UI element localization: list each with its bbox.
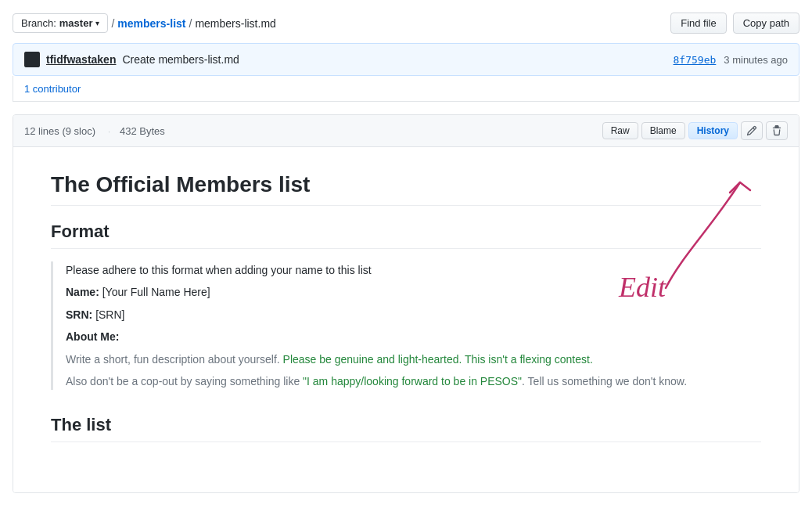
- content-title: The Official Members list: [51, 172, 761, 206]
- file-header: 12 lines (9 sloc) · 432 Bytes Raw Blame …: [13, 115, 799, 147]
- blockquote-line-4: About Me:: [66, 328, 761, 345]
- top-bar: Branch: master ▾ / members-list / member…: [13, 13, 799, 34]
- breadcrumb: Branch: master ▾ / members-list / member…: [13, 13, 276, 33]
- commit-sha-link[interactable]: 8f759eb: [674, 54, 717, 66]
- branch-name: master: [59, 17, 93, 29]
- edit-button[interactable]: [741, 121, 763, 140]
- blockquote-line-3: SRN: [SRN]: [66, 306, 761, 323]
- file-content: The Official Members list Format Please …: [13, 147, 799, 492]
- blockquote: Please adhere to this format when adding…: [51, 261, 761, 390]
- breadcrumb-file-separator: /: [189, 17, 192, 30]
- file-lines: 12 lines (9 sloc): [24, 125, 95, 137]
- blockquote-line-5: Write a short, fun description about you…: [66, 351, 761, 368]
- contributor-bar: 1 contributor: [13, 76, 799, 102]
- file-box: 12 lines (9 sloc) · 432 Bytes Raw Blame …: [13, 114, 799, 493]
- avatar: [24, 52, 40, 67]
- breadcrumb-file-name: members-list.md: [195, 17, 275, 30]
- file-meta: 12 lines (9 sloc) · 432 Bytes: [24, 125, 171, 137]
- commit-info: tfidfwastaken Create members-list.md: [24, 52, 239, 67]
- blockquote-line-2: Name: [Your Full Name Here]: [66, 283, 761, 301]
- pencil-icon: [746, 125, 757, 136]
- branch-selector[interactable]: Branch: master ▾: [13, 13, 108, 33]
- commit-message: Create members-list.md: [122, 53, 239, 66]
- divider: ·: [108, 125, 111, 137]
- commit-meta: 8f759eb 3 minutes ago: [674, 54, 788, 66]
- chevron-down-icon: ▾: [95, 19, 99, 27]
- contributor-link[interactable]: 1 contributor: [24, 83, 81, 95]
- commit-bar: tfidfwastaken Create members-list.md 8f7…: [13, 43, 799, 76]
- copy-path-button[interactable]: Copy path: [733, 13, 799, 34]
- file-actions: Raw Blame History: [602, 121, 788, 140]
- find-file-button[interactable]: Find file: [670, 13, 727, 34]
- blockquote-line-1: Please adhere to this format when adding…: [66, 261, 761, 279]
- branch-label: Branch:: [21, 17, 56, 29]
- commit-author-link[interactable]: tfidfwastaken: [46, 53, 116, 66]
- history-button[interactable]: History: [688, 122, 738, 139]
- format-heading: Format: [51, 222, 761, 249]
- trash-icon: [771, 125, 782, 136]
- delete-button[interactable]: [766, 121, 788, 140]
- top-bar-actions: Find file Copy path: [670, 13, 799, 34]
- blockquote-line-6: Also don't be a cop-out by saying someth…: [66, 373, 761, 390]
- file-size: 432 Bytes: [120, 125, 165, 137]
- raw-button[interactable]: Raw: [602, 122, 638, 139]
- breadcrumb-repo-link[interactable]: members-list: [117, 17, 185, 30]
- breadcrumb-separator: /: [111, 17, 114, 30]
- list-heading: The list: [51, 415, 761, 442]
- commit-time: 3 minutes ago: [724, 54, 788, 66]
- blame-button[interactable]: Blame: [641, 122, 685, 139]
